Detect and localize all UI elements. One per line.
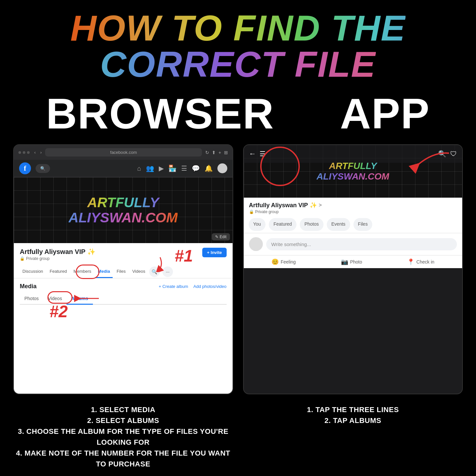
cover-logo: ARTFULLY ALIYSWAN.COM xyxy=(69,195,178,225)
photo-label: Photo xyxy=(350,259,362,265)
app-user-avatar xyxy=(249,237,263,251)
feeling-icon: 😊 xyxy=(271,258,279,266)
cover-grid: ARTFULLY ALIYSWAN.COM ✎ Edit xyxy=(14,177,233,243)
marketplace-icon[interactable]: 🏪 xyxy=(168,164,177,172)
browser-bar: ‹ › facebook.com ↻ ⬆ + ⊞ xyxy=(14,145,233,160)
add-photos-link[interactable]: Add photos/video xyxy=(193,284,226,289)
browser-screenshot: ‹ › facebook.com ↻ ⬆ + ⊞ f 🔍 ⌂ 👥 xyxy=(13,144,233,394)
messenger-icon[interactable]: 💬 xyxy=(192,164,200,172)
main-title: HOW TO FIND THE CORRECT FILE xyxy=(70,8,406,84)
lock-icon: 🔒 xyxy=(20,256,25,261)
main-container: HOW TO FIND THE CORRECT FILE BROWSER APP… xyxy=(0,0,476,476)
checkin-label: Check in xyxy=(416,259,434,265)
dot1 xyxy=(18,151,21,154)
arrow-to-media xyxy=(149,256,168,273)
photo-action[interactable]: 📷 Photo xyxy=(341,258,362,266)
arrow-to-albums xyxy=(74,294,100,305)
media-actions: + Create album Add photos/video xyxy=(159,284,227,289)
app-logo-overlay: ARTFULLY ALIYSWAN.COM xyxy=(317,161,389,182)
app-circle-annotation xyxy=(260,147,300,186)
lock-icon-app: 🔒 xyxy=(249,210,254,214)
home-icon[interactable]: ⌂ xyxy=(137,165,141,172)
app-back-icon[interactable]: ← xyxy=(249,150,256,158)
app-group-info: Artfully Aliyswan VIP ✨ > 🔒 Private grou… xyxy=(244,198,462,216)
browser-instructions: 1. SELECT MEDIA 2. SELECT ALBUMS 3. CHOO… xyxy=(13,404,233,469)
browser-dots xyxy=(18,151,30,154)
browser-subtitle: BROWSER xyxy=(46,89,274,138)
browser-toolbar-icons: ↻ ⬆ + ⊞ xyxy=(205,150,228,155)
app-post-actions: 😊 Feeling 📷 Photo 📍 Check in xyxy=(244,255,462,268)
friends-icon[interactable]: 👥 xyxy=(146,164,154,172)
app-write-area: Write something... xyxy=(244,233,462,255)
app-tab-you[interactable]: You xyxy=(249,218,266,231)
facebook-logo: f xyxy=(19,162,31,174)
browser-nav-forward[interactable]: › xyxy=(40,150,42,155)
tab-media[interactable]: Media xyxy=(95,266,113,278)
app-logo-line2: ALIYSWAN.COM xyxy=(317,171,389,182)
app-screenshot: ARTFULLY ALIYSWAN.COM ← ☰ 🔍 🛡 xyxy=(243,144,463,394)
feeling-action[interactable]: 😊 Feeling xyxy=(271,258,296,266)
tab-members[interactable]: Members xyxy=(71,266,94,278)
plus-icon[interactable]: + xyxy=(218,150,221,155)
annotation-num1: #1 xyxy=(175,246,193,266)
media-title: Media xyxy=(20,283,37,290)
browser-instruction-3: 3. CHOOSE THE ALBUM FOR THE TYPE OF FILE… xyxy=(13,426,233,448)
bell-icon[interactable]: 🔔 xyxy=(205,164,213,172)
screens-row: ‹ › facebook.com ↻ ⬆ + ⊞ f 🔍 ⌂ 👥 xyxy=(13,144,463,394)
app-tab-photos[interactable]: Photos xyxy=(300,218,323,231)
app-instruction-2: 2. TAP ALBUMS xyxy=(243,415,463,426)
browser-nav-back[interactable]: ‹ xyxy=(34,150,36,155)
app-tab-events[interactable]: Events xyxy=(327,218,350,231)
app-logo-line1: ARTFULLY xyxy=(317,161,389,171)
checkin-action[interactable]: 📍 Check in xyxy=(407,258,434,266)
checkin-icon: 📍 xyxy=(407,258,414,266)
subtabs-section: Photos Videos Albums #2 xyxy=(20,293,227,305)
video-icon[interactable]: ▶ xyxy=(159,164,164,172)
avatar-icon[interactable] xyxy=(217,163,227,173)
cover-logo-line2: ALIYSWAN.COM xyxy=(69,210,178,225)
annotation-num2: #2 xyxy=(49,302,68,321)
app-tab-featured[interactable]: Featured xyxy=(269,218,296,231)
title-row: HOW TO FIND THE CORRECT FILE xyxy=(13,10,463,82)
app-instruction-1: 1. TAP THE THREE LINES xyxy=(243,404,463,415)
media-section: Media + Create album Add photos/video Ph… xyxy=(14,278,233,394)
share-icon[interactable]: ⬆ xyxy=(212,150,216,155)
dot2 xyxy=(23,151,25,154)
browser-instruction-1: 1. SELECT MEDIA xyxy=(13,404,233,415)
tab-featured[interactable]: Featured xyxy=(47,266,70,278)
group-tabs: Discussion Featured Members Media Files … xyxy=(14,266,233,278)
refresh-icon[interactable]: ↻ xyxy=(205,150,209,155)
fb-nav: f 🔍 ⌂ 👥 ▶ 🏪 ☰ 💬 🔔 xyxy=(14,160,233,177)
app-group-title-row: Artfully Aliyswan VIP ✨ > xyxy=(249,202,457,209)
app-tab-files[interactable]: Files xyxy=(353,218,373,231)
app-red-arrow xyxy=(406,150,452,178)
app-group-arrow[interactable]: > xyxy=(319,202,322,208)
app-header-area: ARTFULLY ALIYSWAN.COM ← ☰ 🔍 🛡 xyxy=(244,145,462,198)
app-tabs: You Featured Photos Events Files xyxy=(244,216,462,233)
tab-discussion[interactable]: Discussion xyxy=(20,266,46,278)
app-write-input[interactable]: Write something... xyxy=(266,238,457,250)
fb-search-box[interactable]: 🔍 xyxy=(36,164,50,173)
tabs-icon[interactable]: ⊞ xyxy=(224,150,228,155)
feeling-label: Feeling xyxy=(281,259,296,265)
app-header-logo: ARTFULLY ALIYSWAN.COM xyxy=(317,161,389,182)
dot3 xyxy=(27,151,30,154)
cover-area: ARTFULLY ALIYSWAN.COM ✎ Edit xyxy=(14,177,233,243)
edit-button[interactable]: ✎ Edit xyxy=(212,233,230,240)
browser-instruction-2: 2. SELECT ALBUMS xyxy=(13,415,233,426)
tab-videos[interactable]: Videos xyxy=(129,266,148,278)
group-title-browser: Artfully Aliyswan VIP ✨ xyxy=(20,248,96,256)
group-info-area: Artfully Aliyswan VIP ✨ 🔒 Private group … xyxy=(14,243,233,266)
browser-instruction-4: 4. MAKE NOTE OF THE NUMBER FOR THE FILE … xyxy=(13,448,233,469)
fb-nav-icons: ⌂ 👥 ▶ 🏪 ☰ 💬 🔔 xyxy=(137,163,227,173)
subtab-photos[interactable]: Photos xyxy=(20,293,43,305)
browser-url-bar[interactable]: facebook.com xyxy=(45,148,202,156)
app-subtitle: APP xyxy=(340,89,430,138)
app-instructions: 1. TAP THE THREE LINES 2. TAP ALBUMS xyxy=(243,404,463,469)
subtitle-row: BROWSER APP xyxy=(13,89,463,138)
bottom-instructions: 1. SELECT MEDIA 2. SELECT ALBUMS 3. CHOO… xyxy=(13,401,463,469)
create-album-link[interactable]: + Create album xyxy=(159,284,188,289)
menu-icon[interactable]: ☰ xyxy=(181,164,187,172)
tab-files[interactable]: Files xyxy=(114,266,128,278)
invite-button[interactable]: + Invite xyxy=(202,248,226,257)
